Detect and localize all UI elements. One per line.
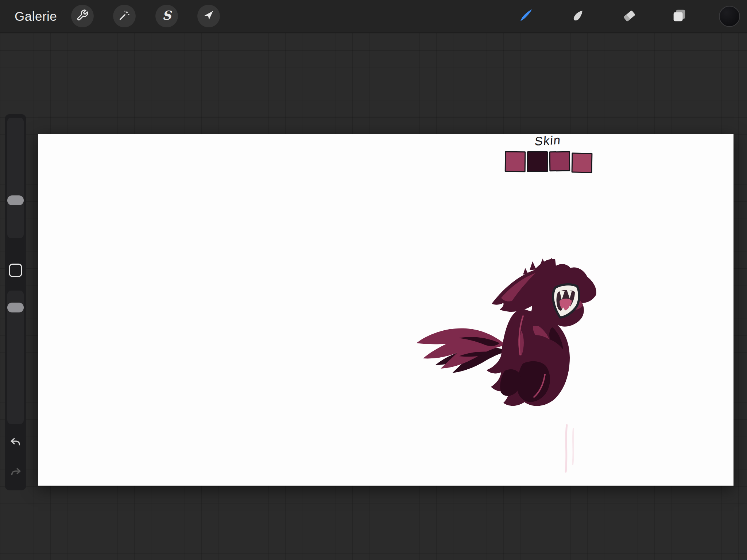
paintbrush-icon (517, 7, 534, 26)
redo-icon (9, 466, 22, 481)
transform-arrow-icon (202, 9, 215, 23)
paint-swatch (527, 151, 548, 172)
brush-size-slider[interactable] (7, 118, 24, 238)
procreate-app: { "topbar": { "gallery_label": "Galerie"… (0, 0, 747, 560)
layers-icon (671, 7, 688, 26)
smudge-button[interactable] (567, 6, 588, 27)
paint-swatch (572, 153, 593, 173)
selection-button[interactable]: S (155, 5, 178, 27)
wrench-icon (76, 9, 89, 23)
transform-button[interactable] (197, 5, 220, 27)
faint-paint-strokes (562, 424, 578, 475)
eraser-button[interactable] (619, 6, 639, 27)
opacity-handle[interactable] (7, 303, 24, 312)
brush-sidebar (5, 114, 26, 490)
actions-button[interactable] (71, 5, 94, 27)
undo-icon (9, 436, 22, 451)
undo-button[interactable] (5, 434, 26, 453)
top-toolbar: Galerie S (0, 0, 747, 33)
modify-button[interactable] (9, 264, 22, 277)
paint-swatch (505, 151, 526, 172)
skin-annotation-label: Skin (534, 133, 562, 148)
brush-size-handle[interactable] (7, 195, 24, 205)
current-color-swatch[interactable] (719, 6, 740, 27)
redo-button[interactable] (5, 464, 26, 483)
creature-artwork (414, 254, 605, 407)
gallery-button[interactable]: Galerie (15, 0, 57, 33)
adjustments-button[interactable] (113, 5, 136, 27)
smudge-icon (569, 8, 585, 25)
paint-button[interactable] (515, 6, 536, 27)
magic-wand-icon (118, 9, 131, 23)
skin-swatch-row (505, 151, 592, 172)
selection-s-icon: S (162, 8, 171, 23)
eraser-icon (621, 8, 637, 25)
paint-swatch (549, 151, 570, 172)
drawing-canvas[interactable]: Skin (38, 134, 734, 486)
layers-button[interactable] (669, 6, 689, 27)
